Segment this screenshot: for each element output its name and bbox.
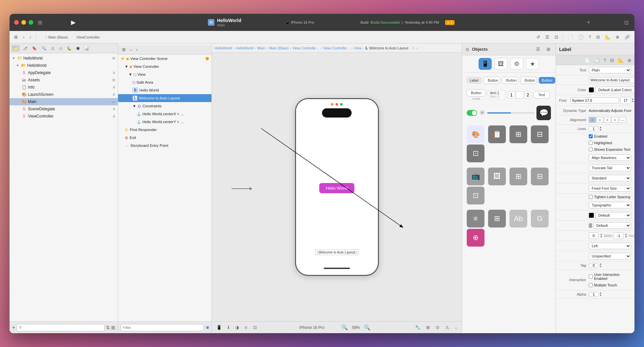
close-tab-icon[interactable]: × xyxy=(45,36,47,39)
issues-btn[interactable]: ⚠ xyxy=(443,324,451,331)
clipboard-widget[interactable]: 📋 xyxy=(488,125,506,143)
split-editor-icon[interactable]: ⊡ xyxy=(553,33,560,41)
bc-vc1[interactable]: View Controlle… xyxy=(292,46,319,50)
tree-item-main[interactable]: 🎨 Main — xyxy=(10,98,118,105)
list-item-widget[interactable]: Item 1 Item 2 xyxy=(488,90,506,99)
warning-nav-btn[interactable]: ⚠ xyxy=(49,45,56,52)
obj-filter-image[interactable]: 🖼 xyxy=(494,58,508,70)
insp-history-btn[interactable]: 🕐 xyxy=(592,57,601,64)
size-inspector-icon[interactable]: 📐 xyxy=(603,33,612,41)
scene-item-exit[interactable]: ⊕ Exit xyxy=(118,134,211,142)
align-natural-btn[interactable]: — xyxy=(619,117,626,123)
tree-item-root[interactable]: ▼ 📁 HelloWorld M xyxy=(10,55,118,62)
grid-widget-1[interactable]: ⊞ xyxy=(509,168,527,185)
canvas-contrast-btn[interactable]: ◑ xyxy=(233,324,241,331)
table-widget-1[interactable]: ⊞ xyxy=(509,125,527,143)
button-with-detail[interactable]: Button Detail xyxy=(467,89,486,100)
tree-item-helloworld-group[interactable]: ▼ 📂 HelloWorld xyxy=(10,62,118,69)
button-widget-3[interactable]: Button xyxy=(520,77,537,84)
highlight-swatch[interactable] xyxy=(589,223,592,228)
scene-filter-input[interactable] xyxy=(121,324,204,331)
font-field[interactable] xyxy=(570,97,619,103)
grid-widget-3[interactable]: ⊡ xyxy=(467,187,484,204)
tighten-checkbox[interactable] xyxy=(589,195,593,199)
constraint-btn[interactable]: 🔧 xyxy=(413,324,422,331)
alpha-value[interactable] xyxy=(589,292,599,297)
stepper-minus[interactable]: 1 xyxy=(508,91,515,98)
button-widget-2[interactable]: Button xyxy=(502,77,518,84)
search-nav-btn[interactable]: 🔍 xyxy=(40,45,48,52)
width-field[interactable] xyxy=(589,232,599,239)
scene-nav-fwd[interactable]: › xyxy=(135,46,139,53)
slider-widget[interactable] xyxy=(487,112,534,114)
help-icon[interactable]: ? xyxy=(587,33,593,41)
vcs-nav-btn[interactable]: ⎇ xyxy=(21,45,29,52)
lines-value[interactable] xyxy=(589,126,599,131)
back-btn[interactable]: ‹ xyxy=(21,33,26,41)
tag-down[interactable]: ▼ xyxy=(599,265,602,268)
canvas-content[interactable]: Hello World ⎕Welcome to Auto Layout⎕ xyxy=(212,53,462,321)
insp-help-btn[interactable]: ? xyxy=(602,57,608,64)
warning-badge[interactable]: ⚠ 1 xyxy=(445,20,455,25)
obj-filter-custom[interactable]: ⚙ xyxy=(510,58,523,70)
scene-nav-back[interactable]: ‹ xyxy=(129,46,133,53)
canvas-device-btn[interactable]: 📱 xyxy=(214,324,224,331)
screen-widget[interactable]: 📺 xyxy=(467,168,484,185)
bc-helloworld-2[interactable]: HelloWorld xyxy=(236,46,254,50)
tree-item-viewcontroller[interactable]: S ViewController A xyxy=(10,113,118,120)
align-btn[interactable]: ⊞ xyxy=(424,324,432,331)
text-ab-widget[interactable]: Ab xyxy=(509,210,527,227)
typographic-select[interactable]: Typographic xyxy=(589,202,631,208)
user-interaction-checkbox[interactable] xyxy=(589,275,593,279)
download-btn[interactable]: ↓ xyxy=(453,324,459,331)
shadow-color-select[interactable]: Default xyxy=(595,212,631,219)
tree-item-launchscreen[interactable]: 🎨 LaunchScreen A xyxy=(10,91,118,98)
view-controller-tab[interactable]: ViewController xyxy=(72,34,104,40)
image-view-widget[interactable]: 🖼 xyxy=(488,168,506,185)
height-field[interactable] xyxy=(613,232,623,239)
scene-item-constraints[interactable]: ▼ ⊙ Constraints xyxy=(118,102,211,110)
scene-item-hello-world[interactable]: B Hello World xyxy=(118,86,211,94)
scene-item-centerx[interactable]: ⚓ Hello World.centerX = … xyxy=(118,110,211,118)
scene-item-safe-area[interactable]: □ Safe Area xyxy=(118,78,211,86)
bookmark-nav-btn[interactable]: 🔖 xyxy=(30,45,38,52)
history-icon[interactable]: 🕐 xyxy=(576,33,585,41)
scene-item-vc-scene[interactable]: ▼ ■ View Controller Scene xyxy=(118,55,211,63)
minimize-button[interactable] xyxy=(21,20,26,25)
grid-widget-2[interactable]: ⊟ xyxy=(531,168,549,185)
file-inspector-icon[interactable]: 📄 xyxy=(566,33,575,41)
font-size-down[interactable]: ▼ xyxy=(632,100,634,103)
tableview-widget[interactable]: ≡ xyxy=(467,210,484,227)
insp-attrs-btn[interactable]: ⊟ xyxy=(608,57,616,64)
connections-icon[interactable]: ⊛ xyxy=(614,33,621,41)
align-justify-btn[interactable]: ≡ xyxy=(611,117,619,123)
insp-connections-btn[interactable]: ⊛ xyxy=(626,57,633,64)
bc-nav-fwd[interactable]: › xyxy=(416,46,418,50)
scene-item-vc[interactable]: ▼ ■ View Controller xyxy=(118,63,211,70)
width-down[interactable]: ▼ xyxy=(600,236,603,238)
color-swatch[interactable] xyxy=(589,87,594,93)
multiple-touch-checkbox[interactable] xyxy=(589,283,593,287)
tag-value[interactable] xyxy=(589,263,599,268)
left-select[interactable]: Left xyxy=(589,243,631,249)
bc-view[interactable]: View xyxy=(354,46,362,50)
scene-item-entry-point[interactable]: → Storyboard Entry Point xyxy=(118,142,211,149)
label-widget[interactable]: Label xyxy=(467,77,482,84)
hello-world-button[interactable]: Hello World xyxy=(319,183,355,193)
tree-item-assets[interactable]: 🗂 Assets M xyxy=(10,76,118,84)
color-wheel-widget[interactable]: 🎨 xyxy=(467,125,484,143)
expansion-checkbox[interactable] xyxy=(589,147,593,151)
tabview-widget[interactable]: ⊕ xyxy=(467,229,484,247)
text-view-widget[interactable]: 💬 xyxy=(536,106,551,120)
toggle-widget[interactable] xyxy=(467,110,477,116)
obj-filter-star[interactable]: ★ xyxy=(526,58,539,70)
scene-item-welcome-label[interactable]: L Welcome to Auto Layout xyxy=(118,94,211,102)
baselines-select[interactable]: Align Baselines xyxy=(589,154,631,161)
fixed-font-select[interactable]: Fixed Font Size xyxy=(589,185,631,192)
sidebar-toggle-icon[interactable]: ⊞ xyxy=(37,18,43,27)
highlighted-checkbox[interactable] xyxy=(589,141,593,145)
zoom-in-btn[interactable]: 🔍 xyxy=(362,323,372,332)
insp-size-btn[interactable]: 📐 xyxy=(616,57,625,64)
test-nav-btn[interactable]: ◇ xyxy=(58,45,64,52)
tree-item-scenedelegate[interactable]: S SceneDelegate A xyxy=(10,105,118,113)
